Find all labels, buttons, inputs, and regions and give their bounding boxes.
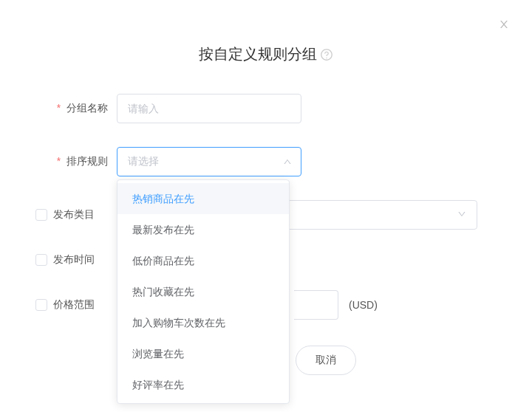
- dropdown-option[interactable]: 热门收藏在先: [117, 276, 289, 307]
- group-name-label: * 分组名称: [35, 102, 117, 115]
- publish-category-label: 发布类目: [53, 208, 95, 222]
- dropdown-option[interactable]: 加入购物车次数在先: [117, 307, 289, 338]
- help-icon[interactable]: [320, 48, 333, 61]
- sort-rule-placeholder: 请选择: [128, 155, 159, 168]
- publish-category-checkbox[interactable]: [35, 209, 47, 221]
- publish-time-checkbox[interactable]: [35, 254, 47, 266]
- dropdown-option[interactable]: 浏览量在先: [117, 338, 289, 369]
- currency-label: (USD): [349, 299, 378, 311]
- required-asterisk: *: [57, 155, 61, 167]
- price-range-checkbox-container: 价格范围: [35, 298, 117, 312]
- sort-rule-select[interactable]: 请选择: [117, 147, 301, 176]
- modal-title: 按自定义规则分组: [0, 44, 532, 64]
- group-name-label-text: 分组名称: [66, 102, 108, 114]
- price-range-label: 价格范围: [53, 298, 95, 312]
- close-icon: [498, 18, 510, 32]
- cancel-button[interactable]: 取消: [296, 346, 356, 375]
- publish-time-label: 发布时间: [53, 253, 95, 267]
- group-name-input[interactable]: [117, 94, 301, 123]
- form-row-sort-rule: * 排序规则 请选择 热销商品在先 最新发布在先 低价商品在先 热门收藏在先 加…: [0, 147, 532, 176]
- price-range-group: (USD): [294, 290, 378, 320]
- cancel-button-label: 取消: [316, 354, 336, 367]
- dropdown-option[interactable]: 热销商品在先: [117, 183, 289, 214]
- required-asterisk: *: [57, 102, 61, 114]
- sort-rule-select-wrapper: 请选择 热销商品在先 最新发布在先 低价商品在先 热门收藏在先 加入购物车次数在…: [117, 147, 301, 176]
- dropdown-scroll-area[interactable]: 热销商品在先 最新发布在先 低价商品在先 热门收藏在先 加入购物车次数在先 浏览…: [117, 183, 289, 400]
- chevron-up-icon: [282, 157, 293, 167]
- custom-rule-group-modal: 按自定义规则分组 * 分组名称 * 排序规则 请选择 热销商品在: [0, 0, 532, 412]
- chevron-down-icon: [457, 209, 466, 221]
- form-row-group-name: * 分组名称: [0, 94, 532, 123]
- dropdown-option[interactable]: 低价商品在先: [117, 245, 289, 276]
- modal-footer: 取消: [296, 346, 356, 375]
- publish-category-checkbox-container: 发布类目: [35, 208, 117, 222]
- dropdown-option[interactable]: 好评率在先: [117, 369, 289, 400]
- price-max-input[interactable]: [294, 290, 338, 320]
- sort-rule-label: * 排序规则: [35, 155, 117, 168]
- price-range-checkbox[interactable]: [35, 299, 47, 311]
- sort-rule-label-text: 排序规则: [66, 155, 108, 167]
- publish-time-checkbox-container: 发布时间: [35, 253, 117, 267]
- sort-rule-dropdown: 热销商品在先 最新发布在先 低价商品在先 热门收藏在先 加入购物车次数在先 浏览…: [117, 179, 290, 404]
- close-button[interactable]: [497, 18, 511, 32]
- modal-title-text: 按自定义规则分组: [199, 44, 317, 64]
- dropdown-option[interactable]: 最新发布在先: [117, 214, 289, 245]
